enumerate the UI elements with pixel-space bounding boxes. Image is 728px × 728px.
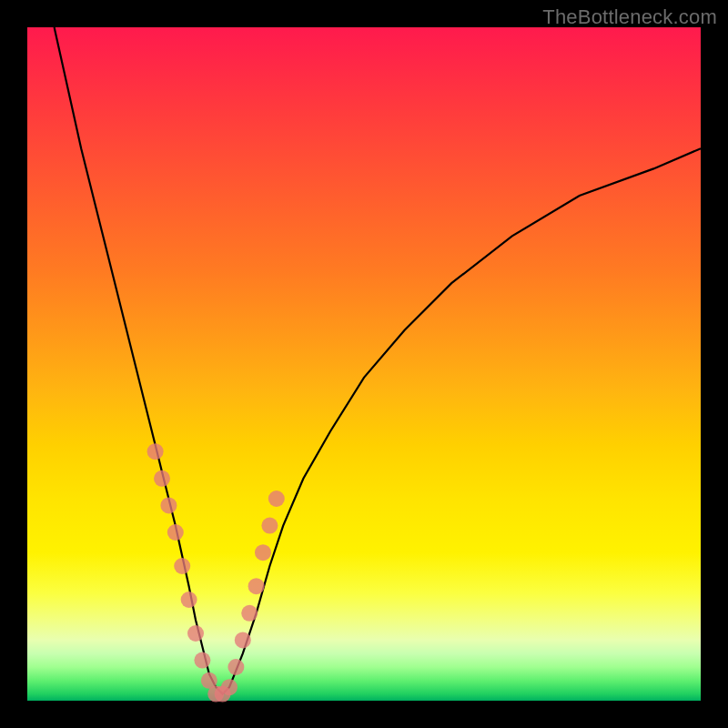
bottleneck-curve — [55, 27, 701, 694]
data-marker — [268, 490, 285, 507]
data-marker — [255, 544, 271, 561]
chart-frame: TheBottleneck.com — [0, 0, 728, 728]
data-marker — [181, 592, 197, 608]
data-marker — [248, 578, 265, 594]
data-marker — [228, 659, 244, 675]
data-marker — [187, 625, 204, 642]
watermark-text: TheBottleneck.com — [542, 5, 717, 29]
data-marker — [147, 443, 164, 460]
data-marker — [167, 524, 184, 541]
plot-area — [27, 27, 701, 701]
data-marker — [154, 470, 170, 487]
chart-svg — [27, 27, 701, 701]
marker-group — [147, 443, 285, 702]
data-marker — [194, 652, 210, 669]
data-marker — [261, 518, 278, 534]
data-marker — [221, 679, 238, 695]
data-marker — [160, 497, 177, 513]
data-marker — [241, 605, 258, 622]
data-marker — [235, 632, 251, 648]
data-marker — [174, 558, 190, 574]
